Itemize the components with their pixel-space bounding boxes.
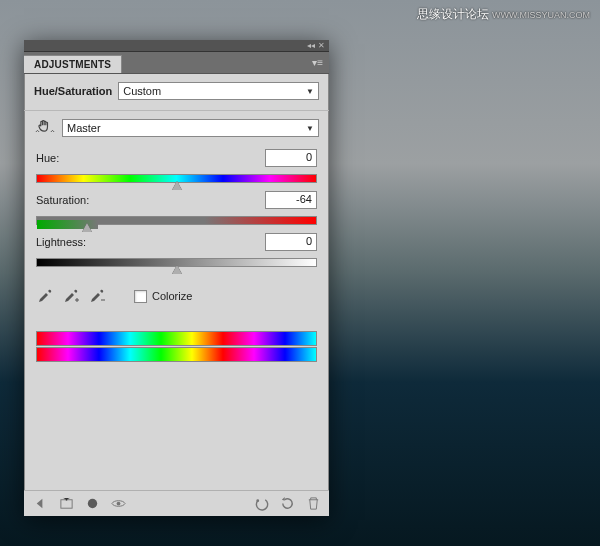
tab-adjustments[interactable]: ADJUSTMENTS <box>24 55 122 73</box>
close-icon[interactable]: ✕ <box>316 42 326 50</box>
trash-icon[interactable] <box>305 496 321 512</box>
panel-menu-icon[interactable]: ▾≡ <box>312 57 323 68</box>
saturation-slider[interactable] <box>36 213 317 225</box>
chevron-down-icon: ▼ <box>306 124 314 133</box>
watermark-main: 思缘设计论坛 <box>417 7 489 21</box>
clip-to-layer-icon[interactable] <box>84 496 100 512</box>
hue-label: Hue: <box>36 152 59 164</box>
hue-slider[interactable] <box>36 171 317 183</box>
channel-select[interactable]: Master ▼ <box>62 119 319 137</box>
watermark-sub: WWW.MISSYUAN.COM <box>492 10 590 20</box>
eyedropper-icon[interactable] <box>36 287 54 305</box>
adjustment-type-label: Hue/Saturation <box>34 85 112 97</box>
eyedropper-subtract-icon[interactable] <box>88 287 106 305</box>
hue-slider-thumb[interactable] <box>172 181 182 190</box>
watermark: 思缘设计论坛 WWW.MISSYUAN.COM <box>417 6 590 23</box>
lightness-label: Lightness: <box>36 236 86 248</box>
lightness-slider-thumb[interactable] <box>172 265 182 274</box>
eyedropper-row: Colorize <box>24 271 329 313</box>
lightness-slider-block: Lightness: 0 <box>24 229 329 271</box>
preset-select[interactable]: Custom ▼ <box>118 82 319 100</box>
channel-value: Master <box>67 122 101 134</box>
visibility-icon[interactable] <box>110 496 126 512</box>
previous-state-icon[interactable] <box>253 496 269 512</box>
svg-point-2 <box>116 502 120 506</box>
targeted-adjustment-tool-icon[interactable] <box>34 117 56 139</box>
preset-row: Hue/Saturation Custom ▼ <box>24 74 329 111</box>
reset-icon[interactable] <box>279 496 295 512</box>
spectrum-strips <box>24 313 329 366</box>
saturation-slider-thumb[interactable] <box>82 223 92 232</box>
svg-point-3 <box>256 499 259 502</box>
hue-value-input[interactable]: 0 <box>265 149 317 167</box>
panel-footer <box>24 490 329 516</box>
adjustments-panel: ◂◂ ✕ ADJUSTMENTS ▾≡ Hue/Saturation Custo… <box>24 40 329 516</box>
panel-tabs: ADJUSTMENTS ▾≡ <box>24 52 329 74</box>
chevron-down-icon: ▼ <box>306 87 314 96</box>
colorize-checkbox[interactable] <box>134 290 147 303</box>
svg-point-1 <box>87 499 96 508</box>
expand-view-icon[interactable] <box>58 496 74 512</box>
colorize-checkbox-row[interactable]: Colorize <box>134 290 192 303</box>
panel-titlebar[interactable]: ◂◂ ✕ <box>24 40 329 52</box>
eyedropper-add-icon[interactable] <box>62 287 80 305</box>
collapse-icon[interactable]: ◂◂ <box>306 42 316 50</box>
lightness-slider[interactable] <box>36 255 317 267</box>
spectrum-top[interactable] <box>36 331 317 346</box>
preset-value: Custom <box>123 85 161 97</box>
channel-row: Master ▼ <box>24 111 329 145</box>
spectrum-bottom[interactable] <box>36 347 317 362</box>
hue-slider-block: Hue: 0 <box>24 145 329 187</box>
lightness-value-input[interactable]: 0 <box>265 233 317 251</box>
colorize-label: Colorize <box>152 290 192 302</box>
saturation-value-input[interactable]: -64 <box>265 191 317 209</box>
saturation-slider-block: Saturation: -64 <box>24 187 329 229</box>
saturation-label: Saturation: <box>36 194 89 206</box>
back-arrow-icon[interactable] <box>32 496 48 512</box>
